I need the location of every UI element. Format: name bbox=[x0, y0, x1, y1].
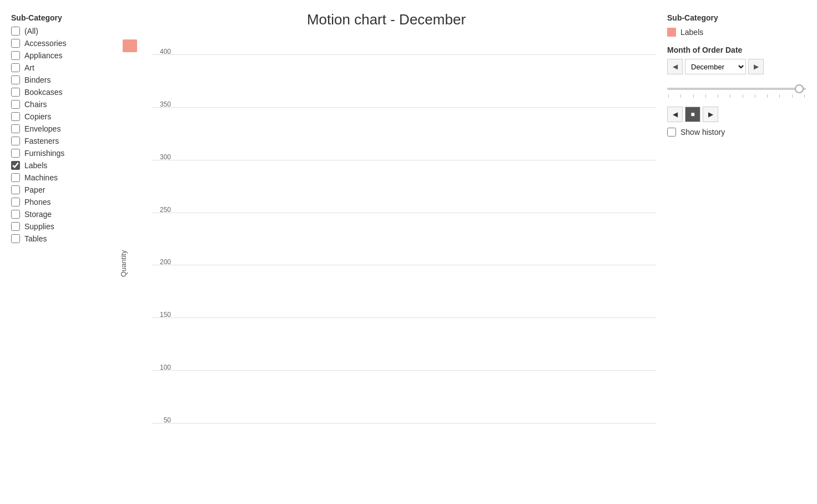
sidebar-item-label: Art bbox=[24, 63, 34, 72]
y-tick-label: 200 bbox=[151, 258, 171, 266]
chart-inner: 50100150200250300350400 bbox=[130, 34, 656, 493]
sidebar-item-furnishings[interactable]: Furnishings bbox=[11, 149, 111, 158]
sidebar-item-label: Fasteners bbox=[24, 137, 59, 145]
checkbox-machines[interactable] bbox=[11, 173, 20, 182]
checkbox-art[interactable] bbox=[11, 63, 20, 72]
grid-line bbox=[152, 213, 656, 213]
sidebar-item-label: Bookcases bbox=[24, 88, 62, 97]
legend-color-swatch bbox=[667, 28, 676, 37]
playback-controls: ◀ ■ ▶ bbox=[667, 107, 806, 122]
sidebar-item-appliances[interactable]: Appliances bbox=[11, 51, 111, 60]
legend-item: Labels bbox=[667, 28, 806, 37]
sidebar-item-labels[interactable]: Labels bbox=[11, 161, 111, 170]
checkbox-envelopes[interactable] bbox=[11, 124, 20, 133]
sidebar-item-label: Storage bbox=[24, 210, 52, 219]
sidebar-item-phones[interactable]: Phones bbox=[11, 198, 111, 206]
show-history-label[interactable]: Show history bbox=[680, 128, 725, 137]
grid-line bbox=[152, 160, 656, 160]
slider-tick bbox=[718, 94, 718, 98]
month-prev-button[interactable]: ◀ bbox=[667, 59, 683, 74]
stop-button[interactable]: ■ bbox=[685, 107, 700, 122]
sidebar-item-paper[interactable]: Paper bbox=[11, 185, 111, 194]
sidebar-item-chairs[interactable]: Chairs bbox=[11, 100, 111, 109]
checkbox-tables[interactable] bbox=[11, 234, 20, 243]
sidebar-item-bookcases[interactable]: Bookcases bbox=[11, 88, 111, 97]
y-tick-label: 50 bbox=[151, 416, 171, 424]
slider-tick bbox=[779, 94, 780, 98]
grid-line bbox=[152, 107, 656, 108]
checkbox-copiers[interactable] bbox=[11, 112, 20, 121]
checkbox-appliances[interactable] bbox=[11, 51, 20, 60]
slider-tick bbox=[743, 94, 743, 98]
sidebar-item-label: Tables bbox=[24, 234, 47, 243]
sidebar-item-label: (All) bbox=[24, 27, 38, 36]
sub-category-filter: Sub-Category (All)AccessoriesAppliancesA… bbox=[11, 11, 111, 493]
grid-line bbox=[152, 54, 656, 55]
sidebar-item-label: Appliances bbox=[24, 51, 63, 60]
chart-area: Motion chart - December Quantity 5010015… bbox=[111, 11, 662, 493]
checkbox-storage[interactable] bbox=[11, 210, 20, 219]
checkbox-bookcases[interactable] bbox=[11, 88, 20, 97]
slider-tick bbox=[804, 94, 805, 98]
sidebar-item-supplies[interactable]: Supplies bbox=[11, 222, 111, 231]
sidebar-item-label: Copiers bbox=[24, 112, 51, 121]
show-history-container: Show history bbox=[667, 128, 806, 137]
sidebar-item-envelopes[interactable]: Envelopes bbox=[11, 124, 111, 133]
sidebar-item-fasteners[interactable]: Fasteners bbox=[11, 137, 111, 145]
timeline-slider-container bbox=[667, 81, 806, 100]
sidebar-item-binders[interactable]: Binders bbox=[11, 75, 111, 84]
sidebar-item-machines[interactable]: Machines bbox=[11, 173, 111, 182]
slider-ticks bbox=[667, 94, 806, 98]
slider-track bbox=[667, 88, 806, 90]
checkbox-supplies[interactable] bbox=[11, 222, 20, 231]
grid-line bbox=[152, 370, 656, 371]
checkbox-furnishings[interactable] bbox=[11, 149, 20, 158]
checkbox-all[interactable] bbox=[11, 27, 20, 36]
sidebar-item-storage[interactable]: Storage bbox=[11, 210, 111, 219]
slider-thumb[interactable] bbox=[795, 84, 804, 93]
grid-line bbox=[152, 423, 656, 424]
y-axis-label: Quantity bbox=[117, 34, 130, 493]
sidebar-item-label: Machines bbox=[24, 173, 58, 182]
sidebar-item-label: Supplies bbox=[24, 222, 54, 231]
sidebar-item-label: Furnishings bbox=[24, 149, 64, 158]
grid-line bbox=[152, 317, 656, 318]
sidebar-item-accessories[interactable]: Accessories bbox=[11, 39, 111, 48]
checkbox-paper[interactable] bbox=[11, 185, 20, 194]
play-prev-button[interactable]: ◀ bbox=[667, 107, 683, 122]
grid-lines: 50100150200250300350400 bbox=[152, 34, 656, 476]
month-next-button[interactable]: ▶ bbox=[748, 59, 764, 74]
slider-tick bbox=[668, 94, 669, 98]
y-tick-label: 400 bbox=[151, 48, 171, 56]
sidebar-item-label: Labels bbox=[24, 161, 47, 170]
slider-tick bbox=[730, 94, 730, 98]
sidebar-item-label: Paper bbox=[24, 185, 45, 194]
month-of-order-date-title: Month of Order Date bbox=[667, 46, 806, 54]
scatter-point bbox=[124, 40, 136, 52]
sidebar-item-all[interactable]: (All) bbox=[11, 27, 111, 36]
y-tick-label: 350 bbox=[151, 100, 171, 108]
y-tick-label: 100 bbox=[151, 364, 171, 371]
slider-tick bbox=[680, 94, 681, 98]
checkbox-accessories[interactable] bbox=[11, 39, 20, 48]
sidebar-item-art[interactable]: Art bbox=[11, 63, 111, 72]
show-history-checkbox[interactable] bbox=[667, 128, 676, 137]
checkbox-chairs[interactable] bbox=[11, 100, 20, 109]
checkbox-binders[interactable] bbox=[11, 75, 20, 84]
legend-label: Labels bbox=[680, 28, 703, 37]
checkbox-fasteners[interactable] bbox=[11, 137, 20, 145]
sidebar-title: Sub-Category bbox=[11, 13, 111, 22]
month-select-dropdown[interactable]: JanuaryFebruaryMarchAprilMayJuneJulyAugu… bbox=[685, 59, 746, 74]
sidebar-item-label: Phones bbox=[24, 198, 51, 206]
sidebar-item-tables[interactable]: Tables bbox=[11, 234, 111, 243]
right-panel: Sub-Category Labels Month of Order Date … bbox=[662, 11, 806, 493]
slider-tick bbox=[767, 94, 768, 98]
checkbox-labels[interactable] bbox=[11, 161, 20, 170]
checkbox-phones[interactable] bbox=[11, 198, 20, 206]
chart-title: Motion chart - December bbox=[117, 11, 656, 28]
sidebar-item-label: Binders bbox=[24, 75, 51, 84]
sidebar-item-label: Chairs bbox=[24, 100, 47, 109]
sidebar-item-copiers[interactable]: Copiers bbox=[11, 112, 111, 121]
play-next-button[interactable]: ▶ bbox=[703, 107, 718, 122]
grid-line bbox=[152, 265, 656, 265]
